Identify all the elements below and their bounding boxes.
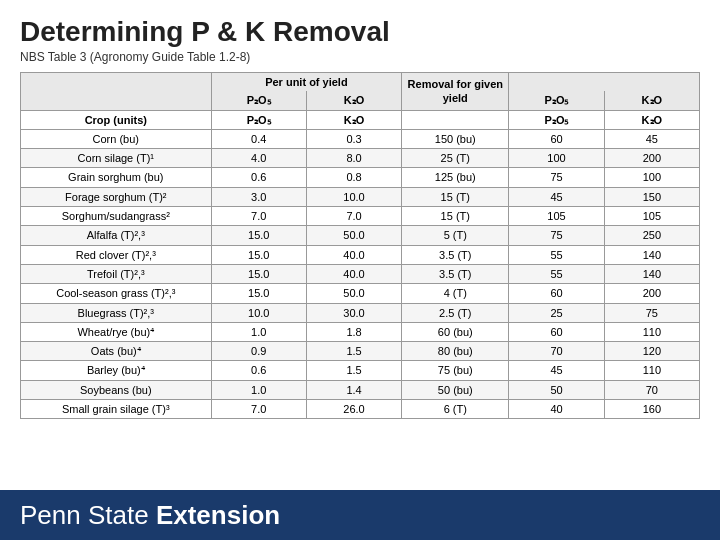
table-cell: 4 (T): [402, 284, 509, 303]
table-cell: 7.0: [211, 207, 306, 226]
table-cell: 15.0: [211, 264, 306, 283]
table-cell: 15.0: [211, 226, 306, 245]
col-typical-yield-label: [402, 110, 509, 129]
col-k2o-per-unit-label: K₂O: [306, 110, 401, 129]
col-k2o-removal-label: K₂O: [604, 110, 699, 129]
table-cell: 0.6: [211, 168, 306, 187]
table-cell: 1.5: [306, 361, 401, 380]
table-cell: 10.0: [306, 187, 401, 206]
table-cell: 40.0: [306, 245, 401, 264]
table-subheader-row: Crop (units) P₂O₅ K₂O P₂O₅ K₂O: [21, 110, 700, 129]
table-row: Corn silage (T)¹4.08.025 (T)100200: [21, 149, 700, 168]
table-row: Red clover (T)²,³15.040.03.5 (T)55140: [21, 245, 700, 264]
table-cell: 0.6: [211, 361, 306, 380]
table-cell: 120: [604, 342, 699, 361]
table-cell: 75: [509, 168, 604, 187]
table-cell: 100: [509, 149, 604, 168]
table-row: Small grain silage (T)³7.026.06 (T)40160: [21, 400, 700, 419]
table-cell: 60: [509, 284, 604, 303]
table-cell: 7.0: [306, 207, 401, 226]
table-cell: 40: [509, 400, 604, 419]
table-cell: 0.9: [211, 342, 306, 361]
table-cell: 45: [509, 187, 604, 206]
col-p2o5-per-unit-label: P₂O₅: [211, 110, 306, 129]
table-cell: 40.0: [306, 264, 401, 283]
table-cell: 50.0: [306, 226, 401, 245]
col-per-unit-header: Per unit of yield: [211, 73, 402, 92]
table-cell: 0.3: [306, 129, 401, 148]
table-cell: 3.0: [211, 187, 306, 206]
table-cell: 70: [509, 342, 604, 361]
table-cell: 125 (bu): [402, 168, 509, 187]
table-cell: 55: [509, 264, 604, 283]
table-row: Cool-season grass (T)²,³15.050.04 (T)602…: [21, 284, 700, 303]
table-cell: 7.0: [211, 400, 306, 419]
table-cell: Forage sorghum (T)²: [21, 187, 212, 206]
table-cell: 10.0: [211, 303, 306, 322]
table-cell: 75: [509, 226, 604, 245]
table-cell: 1.0: [211, 380, 306, 399]
table-cell: 1.4: [306, 380, 401, 399]
table-cell: 150 (bu): [402, 129, 509, 148]
table-cell: 60: [509, 129, 604, 148]
col-p2o5-removal-label: P₂O₅: [509, 110, 604, 129]
table-cell: 200: [604, 149, 699, 168]
footer: Penn State Extension: [0, 490, 720, 540]
table-cell: 60: [509, 322, 604, 341]
table-cell: Small grain silage (T)³: [21, 400, 212, 419]
table-cell: 45: [509, 361, 604, 380]
table-cell: 140: [604, 245, 699, 264]
table-cell: Trefoil (T)²,³: [21, 264, 212, 283]
table-cell: 75: [604, 303, 699, 322]
table-cell: 60 (bu): [402, 322, 509, 341]
col-p2o5-per-unit: P₂O₅: [211, 91, 306, 110]
removal-table: Per unit of yield Removal for given yiel…: [20, 72, 700, 419]
table-cell: 70: [604, 380, 699, 399]
table-cell: 3.5 (T): [402, 245, 509, 264]
table-cell: 15 (T): [402, 207, 509, 226]
table-cell: 15.0: [211, 245, 306, 264]
table-row: Bluegrass (T)²,³10.030.02.5 (T)2575: [21, 303, 700, 322]
table-cell: 110: [604, 361, 699, 380]
table-cell: 75 (bu): [402, 361, 509, 380]
table-cell: 4.0: [211, 149, 306, 168]
table-cell: 30.0: [306, 303, 401, 322]
col-p2o5-removal: P₂O₅: [509, 91, 604, 110]
table-cell: 45: [604, 129, 699, 148]
table-cell: 15 (T): [402, 187, 509, 206]
table-cell: 50 (bu): [402, 380, 509, 399]
table-cell: 1.5: [306, 342, 401, 361]
table-row: Grain sorghum (bu)0.60.8125 (bu)75100: [21, 168, 700, 187]
col-k2o-per-unit: K₂O: [306, 91, 401, 110]
table-cell: 105: [604, 207, 699, 226]
table-row: Sorghum/sudangrass²7.07.015 (T)105105: [21, 207, 700, 226]
table-cell: 200: [604, 284, 699, 303]
page: Determining P & K Removal NBS Table 3 (A…: [0, 0, 720, 540]
table-cell: Cool-season grass (T)²,³: [21, 284, 212, 303]
table-cell: Wheat/rye (bu)⁴: [21, 322, 212, 341]
table-cell: 100: [604, 168, 699, 187]
table-cell: 25: [509, 303, 604, 322]
table-row: Forage sorghum (T)²3.010.015 (T)45150: [21, 187, 700, 206]
table-cell: 105: [509, 207, 604, 226]
table-cell: 110: [604, 322, 699, 341]
table-cell: 150: [604, 187, 699, 206]
table-cell: Oats (bu)⁴: [21, 342, 212, 361]
main-content: Determining P & K Removal NBS Table 3 (A…: [0, 0, 720, 490]
table-cell: 50.0: [306, 284, 401, 303]
col-removal-header: [509, 73, 700, 92]
table-cell: 3.5 (T): [402, 264, 509, 283]
table-cell: 55: [509, 245, 604, 264]
table-cell: Red clover (T)²,³: [21, 245, 212, 264]
table-cell: 0.4: [211, 129, 306, 148]
table-cell: 6 (T): [402, 400, 509, 419]
col-crop-units-label: Crop (units): [21, 110, 212, 129]
table-cell: Barley (bu)⁴: [21, 361, 212, 380]
table-cell: 26.0: [306, 400, 401, 419]
table-header-row-1: Per unit of yield Removal for given yiel…: [21, 73, 700, 92]
table-row: Barley (bu)⁴0.61.575 (bu)45110: [21, 361, 700, 380]
brand-bold: Extension: [156, 500, 280, 530]
page-title: Determining P & K Removal: [20, 16, 700, 48]
table-cell: 2.5 (T): [402, 303, 509, 322]
table-cell: 8.0: [306, 149, 401, 168]
